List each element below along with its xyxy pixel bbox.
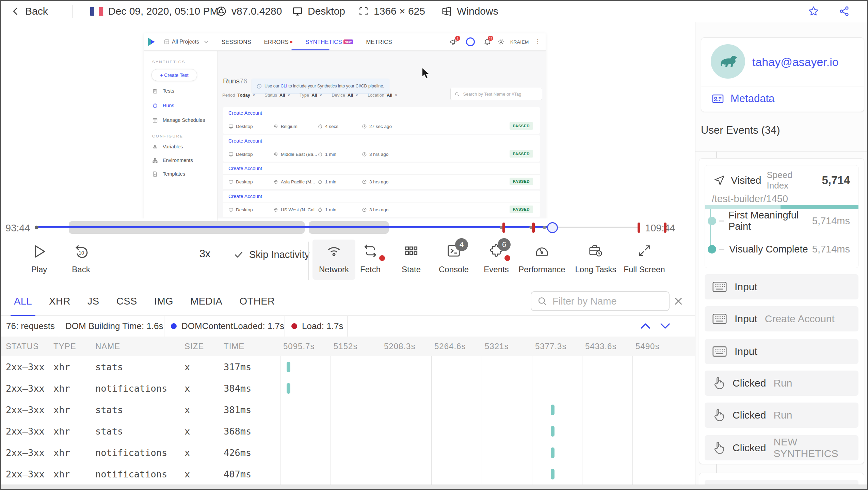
status-badge: PASSED (510, 122, 533, 130)
network-tab-js[interactable]: JS (87, 286, 99, 316)
error-marker[interactable] (638, 223, 640, 233)
filter-input[interactable] (552, 295, 663, 307)
waterfall-bar (287, 383, 290, 394)
run-location: Middle East (Ba... (281, 152, 317, 157)
long-tasks-icon (588, 243, 604, 259)
cli-link[interactable]: CLI (280, 84, 287, 88)
network-tab-css[interactable]: CSS (116, 286, 137, 316)
metadata-button[interactable]: Metadata (711, 86, 774, 111)
network-request-row[interactable]: 2xx–3xx xhr stats x 368ms (1, 421, 695, 442)
templates-icon (152, 171, 158, 177)
user-email-link[interactable]: tahay@asayer.io (752, 55, 839, 69)
project-selector[interactable]: All Projects (172, 39, 199, 45)
network-request-row[interactable]: 2xx–3xx xhr notifications x 407ms (1, 463, 695, 485)
long-tasks-panel-button[interactable]: Long Tasks (575, 238, 617, 286)
run-card[interactable]: Create Account Desktop US West (N. Cal..… (223, 191, 540, 217)
network-request-row[interactable]: 2xx–3xx xhr notifications x 384ms (1, 378, 695, 399)
user-name[interactable]: KRAIEM (510, 39, 529, 45)
run-name[interactable]: Create Account (223, 107, 540, 119)
sidebar-item-environments[interactable]: Environments (144, 153, 217, 167)
back-10-button[interactable]: 10 Back (60, 238, 102, 286)
network-tab-media[interactable]: MEDIA (190, 286, 222, 316)
sidebar-item-manage-schedules[interactable]: Manage Schedules (144, 113, 217, 127)
sidebar-item-variables[interactable]: Variables (144, 140, 217, 154)
event-dot[interactable] (543, 226, 546, 229)
network-request-row[interactable]: 2xx–3xx xhr notifications x 426ms (1, 442, 695, 463)
full-screen-button[interactable]: Full Screen (623, 238, 665, 286)
fetch-panel-button[interactable]: Fetch (349, 238, 391, 286)
run-ago: 3 hrs ago (369, 207, 388, 212)
playhead[interactable] (547, 222, 558, 233)
back-button[interactable]: Back (11, 1, 48, 22)
run-device: Desktop (236, 124, 253, 129)
close-panel-icon[interactable] (673, 296, 684, 306)
run-card[interactable]: Create Account Desktop Asia Pacific (M..… (223, 163, 540, 189)
user-event-clicked[interactable]: Clicked NEW SYNTHETICS (705, 435, 858, 460)
network-panel-button[interactable]: Network (313, 238, 355, 286)
gear-icon[interactable] (497, 38, 504, 45)
location-pin-icon (273, 207, 278, 212)
sidebar-section-synthetics: SYNTHETICS (152, 60, 186, 64)
skip-inactivity-toggle[interactable]: Skip Inactivity (234, 238, 309, 272)
request-type: xhr (53, 399, 70, 421)
run-name[interactable]: Create Account (223, 135, 540, 147)
pointer-icon (712, 408, 725, 422)
events-panel-button[interactable]: 6 Events (475, 238, 517, 286)
user-event-clicked[interactable]: Clicked Run (705, 403, 858, 428)
network-tab-all[interactable]: ALL (14, 286, 32, 316)
favorite-button[interactable] (808, 1, 819, 22)
network-request-row[interactable]: 2xx–3xx xhr stats x 381ms (1, 399, 695, 421)
replayed-app-topbar: All Projects SESSIONSERRORSSYNTHETICSNEW… (144, 33, 546, 51)
app-tab-synthetics[interactable]: SYNTHETICSNEW (305, 39, 353, 45)
visited-event-card[interactable]: Visited Speed Index 5,714 /test-builder/… (705, 165, 858, 268)
horizontal-scrollbar[interactable] (1, 485, 867, 490)
filter-device[interactable]: DeviceAll∨ (332, 93, 358, 98)
filter-type[interactable]: TypeAll∨ (300, 93, 322, 98)
network-tab-xhr[interactable]: XHR (49, 286, 70, 316)
filter-status[interactable]: StatusAll∨ (264, 93, 290, 98)
user-event-input[interactable]: Input Create Account (705, 306, 858, 331)
state-panel-button[interactable]: State (390, 238, 432, 286)
error-marker[interactable] (532, 223, 535, 233)
run-card[interactable]: Create Account Desktop Middle East (Ba..… (223, 135, 540, 162)
user-event-input[interactable]: Input (705, 274, 858, 299)
error-marker[interactable] (502, 223, 505, 233)
network-request-row[interactable]: 2xx–3xx xhr stats x 317ms (1, 356, 695, 378)
divider (59, 316, 59, 337)
share-button[interactable] (839, 1, 850, 22)
error-marker[interactable] (664, 223, 666, 233)
replayed-app-screen: All Projects SESSIONSERRORSSYNTHETICSNEW… (144, 33, 546, 221)
filter-location[interactable]: LocationAll∨ (368, 93, 397, 98)
jump-prev-icon[interactable] (639, 321, 652, 331)
sidebar-item-tests[interactable]: Tests (144, 84, 217, 98)
time-tick: 5208.3s (384, 337, 415, 356)
network-tab-img[interactable]: IMG (154, 286, 173, 316)
player-timeline[interactable]: 93:44 109:44 (1, 218, 695, 238)
network-tab-other[interactable]: OTHER (239, 286, 275, 316)
test-search-input[interactable] (462, 91, 538, 97)
run-name[interactable]: Create Account (223, 163, 540, 175)
run-name[interactable]: Create Account (223, 191, 540, 202)
sidebar-item-runs[interactable]: Runs (144, 98, 217, 113)
test-search-box[interactable] (450, 88, 542, 100)
user-event-clicked[interactable]: Clicked Run (705, 371, 858, 396)
request-size: x (184, 463, 190, 485)
app-tab-errors[interactable]: ERRORS (264, 39, 292, 45)
performance-panel-button[interactable]: Performance (521, 238, 563, 286)
play-button[interactable]: Play (18, 238, 60, 286)
run-card[interactable]: Create Account Desktop Belgium 4 secs 27… (223, 107, 540, 134)
console-panel-button[interactable]: 4 Console (433, 238, 475, 286)
speed-toggle[interactable]: 3x (195, 248, 215, 260)
filter-box[interactable] (531, 291, 670, 311)
user-event-input[interactable]: Input (705, 339, 858, 364)
metric-value: 5,714ms (812, 215, 850, 227)
sidebar-item-templates[interactable]: Templates (144, 167, 217, 181)
more-menu-icon[interactable]: ⋮ (535, 38, 541, 45)
app-tab-sessions[interactable]: SESSIONS (222, 39, 251, 45)
jump-next-icon[interactable] (659, 321, 671, 331)
filter-period[interactable]: PeriodToday∨ (222, 93, 255, 98)
replayed-app-sidebar: SYNTHETICS + Create Test TestsRunsManage… (144, 50, 218, 220)
create-test-button[interactable]: + Create Test (151, 69, 197, 81)
calendar-icon (152, 117, 158, 123)
app-tab-metrics[interactable]: METRICS (366, 39, 392, 45)
